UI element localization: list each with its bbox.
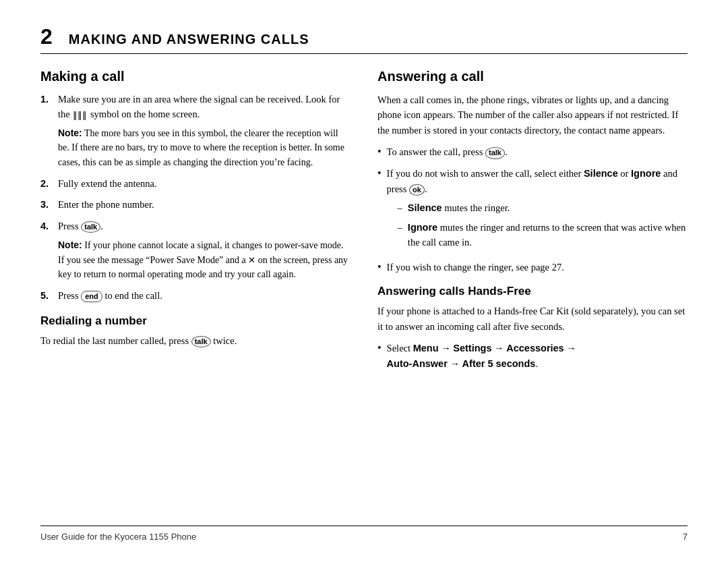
step-1: 1. Make sure you are in an area where th… bbox=[40, 92, 351, 170]
header-rule bbox=[40, 53, 688, 54]
silence-ignore-list: Silence mutes the ringer. Ignore mutes t… bbox=[398, 200, 688, 250]
step-4-num: 4. bbox=[40, 219, 55, 234]
step-4-note-label: Note: bbox=[58, 239, 82, 250]
hands-free-intro: If your phone is attached to a Hands-fre… bbox=[377, 304, 688, 334]
answer-bullet-1-content: To answer the call, press talk. bbox=[387, 144, 688, 159]
step-4-content: Press talk. Note: If your phone cannot l… bbox=[58, 219, 351, 282]
silence-label: Silence bbox=[584, 168, 618, 179]
step-1-content: Make sure you are in an area where the s… bbox=[58, 92, 351, 170]
step-5: 5. Press end to end the call. bbox=[40, 289, 351, 304]
end-button-icon: end bbox=[81, 291, 102, 302]
page: 2 Making and Answering Calls Making a ca… bbox=[0, 0, 728, 566]
autoanswer-bold: Auto-Answer bbox=[387, 358, 448, 369]
step-4: 4. Press talk. Note: If your phone canno… bbox=[40, 219, 351, 282]
page-header: 2 Making and Answering Calls bbox=[40, 24, 688, 49]
content-columns: Making a call 1. Make sure you are in an… bbox=[40, 69, 688, 513]
step-2-num: 2. bbox=[40, 177, 55, 192]
hands-free-bullets: Select Menu → Settings → Accessories →Au… bbox=[377, 341, 688, 371]
ok-button-icon: ok bbox=[409, 184, 425, 196]
silence-bold: Silence bbox=[408, 202, 442, 213]
answer-bullet-3-content: If you wish to change the ringer, see pa… bbox=[387, 260, 688, 275]
answering-intro: When a call comes in, the phone rings, v… bbox=[377, 92, 688, 138]
ignore-bold: Ignore bbox=[408, 222, 437, 233]
step-2-content: Fully extend the antenna. bbox=[58, 177, 351, 192]
redialing-text: To redial the last number called, press … bbox=[40, 333, 351, 348]
footer-left-text: User Guide for the Kyocera 1155 Phone bbox=[40, 532, 196, 542]
hands-free-bullet-1: Select Menu → Settings → Accessories →Au… bbox=[377, 341, 688, 371]
step-3-num: 3. bbox=[40, 198, 55, 213]
step-1-note: Note: The more bars you see in this symb… bbox=[58, 126, 351, 170]
ignore-label: Ignore bbox=[631, 168, 661, 179]
chapter-title-text: Making and Answering Calls bbox=[69, 32, 309, 47]
after5sec-bold: After 5 seconds bbox=[462, 358, 536, 369]
hands-free-bullet-1-content: Select Menu → Settings → Accessories →Au… bbox=[387, 341, 688, 371]
hands-free-heading: Answering calls Hands-Free bbox=[377, 285, 688, 298]
ignore-item: Ignore mutes the ringer and returns to t… bbox=[398, 220, 688, 250]
accessories-bold: Accessories bbox=[506, 343, 564, 353]
step-1-note-label: Note: bbox=[58, 128, 82, 138]
answer-bullet-2: If you do not wish to answer the call, s… bbox=[377, 166, 688, 254]
ignore-content: Ignore mutes the ringer and returns to t… bbox=[408, 220, 688, 250]
step-1-num: 1. bbox=[40, 92, 55, 107]
talk-button-icon-2: talk bbox=[191, 336, 211, 347]
making-call-steps: 1. Make sure you are in an area where th… bbox=[40, 92, 351, 304]
page-footer: User Guide for the Kyocera 1155 Phone 7 bbox=[40, 526, 688, 542]
silence-item: Silence mutes the ringer. bbox=[398, 200, 688, 215]
arrow-2: → bbox=[494, 343, 504, 353]
chapter-title: Making and Answering Calls bbox=[69, 32, 309, 47]
settings-bold: Settings bbox=[453, 343, 491, 353]
answering-bullets: To answer the call, press talk. If you d… bbox=[377, 144, 688, 275]
step-5-num: 5. bbox=[40, 289, 55, 304]
signal-icon: ‖‖‖ bbox=[73, 109, 87, 122]
arrow-1: → bbox=[441, 343, 451, 353]
arrow-4: → bbox=[450, 358, 460, 369]
talk-button-icon-3: talk bbox=[485, 147, 505, 159]
step-4-note: Note: If your phone cannot locate a sign… bbox=[58, 238, 351, 282]
redialing-heading: Redialing a number bbox=[40, 314, 351, 328]
answering-call-heading: Answering a call bbox=[377, 69, 688, 84]
step-3-content: Enter the phone number. bbox=[58, 198, 351, 213]
talk-button-icon-1: talk bbox=[81, 221, 100, 233]
footer-page-number: 7 bbox=[683, 532, 688, 542]
step-5-content: Press end to end the call. bbox=[58, 289, 351, 304]
making-call-heading: Making a call bbox=[40, 69, 351, 84]
arrow-3: → bbox=[566, 343, 576, 353]
col-right: Answering a call When a call comes in, t… bbox=[377, 69, 688, 513]
powersave-icon: ✕ bbox=[248, 254, 255, 267]
redialing-section: Redialing a number To redial the last nu… bbox=[40, 314, 351, 348]
step-3: 3. Enter the phone number. bbox=[40, 198, 351, 213]
step-2: 2. Fully extend the antenna. bbox=[40, 177, 351, 192]
menu-bold: Menu bbox=[413, 343, 439, 353]
chapter-number: 2 bbox=[40, 24, 53, 49]
silence-content: Silence mutes the ringer. bbox=[408, 200, 688, 215]
answer-bullet-2-content: If you do not wish to answer the call, s… bbox=[387, 166, 688, 254]
answer-bullet-1: To answer the call, press talk. bbox=[377, 144, 688, 161]
col-left: Making a call 1. Make sure you are in an… bbox=[40, 69, 351, 513]
answer-bullet-3: If you wish to change the ringer, see pa… bbox=[377, 260, 688, 276]
